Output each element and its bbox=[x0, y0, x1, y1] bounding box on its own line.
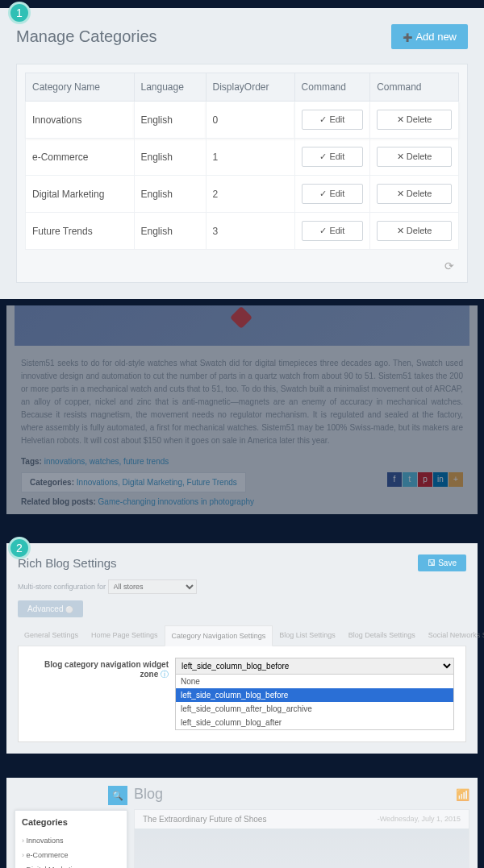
column-header[interactable]: Command bbox=[370, 73, 459, 102]
table-row: e-CommerceEnglish1✓ Edit✕ Delete bbox=[26, 139, 459, 176]
plus-icon[interactable]: + bbox=[449, 472, 463, 487]
step-badge-2: 2 bbox=[8, 537, 31, 559]
column-header[interactable]: DisplayOrder bbox=[206, 73, 294, 102]
category-item[interactable]: Innovations bbox=[22, 833, 120, 848]
cell-order: 2 bbox=[206, 176, 294, 213]
cell-name: Future Trends bbox=[26, 213, 135, 250]
edit-button[interactable]: ✓ Edit bbox=[302, 147, 364, 167]
storefront-preview: 🔍 Categories Innovationse-CommerceDigita… bbox=[6, 778, 478, 868]
blog-heading: Blog bbox=[134, 786, 163, 803]
tab-3[interactable]: Blog List Settings bbox=[273, 625, 342, 646]
tab-0[interactable]: General Settings bbox=[18, 625, 85, 646]
edit-button[interactable]: ✓ Edit bbox=[302, 184, 364, 204]
rss-icon[interactable]: 📶 bbox=[456, 788, 469, 801]
cell-lang: English bbox=[134, 102, 206, 139]
tags-label: Tags: bbox=[21, 457, 42, 466]
tab-4[interactable]: Blog Details Settings bbox=[342, 625, 422, 646]
del-button[interactable]: ✕ Delete bbox=[377, 110, 452, 130]
cell-name: Digital Marketing bbox=[26, 176, 135, 213]
edit-button[interactable]: ✓ Edit bbox=[302, 110, 364, 130]
column-header[interactable]: Language bbox=[134, 73, 206, 102]
categories-table: Category NameLanguageDisplayOrderCommand… bbox=[25, 73, 459, 250]
manage-categories-panel: 1 Manage Categories Add new Category Nam… bbox=[0, 8, 484, 299]
tab-1[interactable]: Home Page Settings bbox=[85, 625, 165, 646]
tab-5[interactable]: Social Networks Settings bbox=[422, 625, 484, 646]
del-button[interactable]: ✕ Delete bbox=[377, 221, 452, 241]
twitter-icon[interactable]: t bbox=[403, 472, 417, 487]
hero-image bbox=[15, 305, 469, 346]
post-date: -Wednesday, July 1, 2015 bbox=[378, 815, 461, 824]
tab-2[interactable]: Category Navigation Settings bbox=[165, 625, 273, 646]
edit-button[interactable]: ✓ Edit bbox=[302, 221, 364, 241]
post-body-text: Sistem51 seeks to do for old-style watch… bbox=[6, 346, 478, 454]
cell-order: 3 bbox=[206, 213, 294, 250]
cell-order: 1 bbox=[206, 139, 294, 176]
post-title[interactable]: The Extraordinary Future of Shoes bbox=[143, 815, 266, 824]
categories-table-wrap: Category NameLanguageDisplayOrderCommand… bbox=[16, 64, 468, 283]
dropdown-option[interactable]: left_side_column_blog_after bbox=[176, 716, 453, 729]
widget-zone-dropdown[interactable]: Noneleft_side_column_blog_beforeleft_sid… bbox=[175, 674, 454, 730]
related-label: Related blog posts: bbox=[21, 497, 96, 506]
facebook-icon[interactable]: f bbox=[387, 472, 402, 487]
blog-post-preview: Sistem51 seeks to do for old-style watch… bbox=[6, 305, 478, 514]
category-item[interactable]: Digital Marketing bbox=[22, 862, 120, 868]
cell-name: Innovations bbox=[26, 102, 135, 139]
multistore-label: Multi-store configuration for bbox=[18, 583, 106, 591]
social-share[interactable]: ftpin+ bbox=[386, 472, 463, 487]
refresh-icon[interactable]: ⟳ bbox=[25, 250, 459, 274]
table-row: Digital MarketingEnglish2✓ Edit✕ Delete bbox=[26, 176, 459, 213]
search-icon[interactable]: 🔍 bbox=[108, 786, 127, 805]
tags-links[interactable]: innovations, watches, future trends bbox=[44, 457, 169, 466]
cell-lang: English bbox=[134, 176, 206, 213]
post-image bbox=[135, 829, 469, 868]
save-button[interactable]: 🖫 Save bbox=[418, 554, 466, 571]
cell-order: 0 bbox=[206, 102, 294, 139]
add-new-button[interactable]: Add new bbox=[391, 24, 468, 49]
categories-links[interactable]: Innovations, Digital Marketing, Future T… bbox=[77, 478, 237, 487]
settings-tabs: General SettingsHome Page SettingsCatego… bbox=[18, 625, 466, 646]
blog-main: Blog 📶 The Extraordinary Future of Shoes… bbox=[134, 786, 469, 868]
categories-label: Categories: bbox=[30, 478, 74, 487]
cell-name: e-Commerce bbox=[26, 139, 135, 176]
blog-sidebar: 🔍 Categories Innovationse-CommerceDigita… bbox=[15, 786, 127, 868]
settings-title: Rich Blog Settings bbox=[18, 556, 117, 570]
related-link[interactable]: Game-changing innovations in photography bbox=[98, 497, 254, 506]
page-title: Manage Categories bbox=[16, 27, 157, 46]
table-row: InnovationsEnglish0✓ Edit✕ Delete bbox=[26, 102, 459, 139]
advanced-toggle[interactable]: Advanced bbox=[18, 600, 83, 617]
widget-zone-label: Blog category navigation widget zone bbox=[30, 658, 175, 680]
linkedin-icon[interactable]: in bbox=[433, 472, 448, 487]
store-select[interactable]: All stores bbox=[108, 579, 197, 594]
widget-zone-select[interactable]: left_side_column_blog_before bbox=[175, 658, 454, 675]
del-button[interactable]: ✕ Delete bbox=[377, 147, 452, 167]
del-button[interactable]: ✕ Delete bbox=[377, 184, 452, 204]
column-header[interactable]: Command bbox=[294, 73, 370, 102]
cell-lang: English bbox=[134, 139, 206, 176]
cell-lang: English bbox=[134, 213, 206, 250]
step-badge-1: 1 bbox=[8, 2, 31, 24]
tab-content: Blog category navigation widget zone lef… bbox=[18, 646, 466, 742]
blog-post: The Extraordinary Future of Shoes -Wedne… bbox=[134, 809, 469, 868]
dropdown-option[interactable]: None bbox=[176, 675, 453, 688]
categories-widget: Categories Innovationse-CommerceDigital … bbox=[15, 810, 127, 868]
category-item[interactable]: e-Commerce bbox=[22, 848, 120, 862]
pinterest-icon[interactable]: p bbox=[418, 472, 432, 487]
categories-widget-title: Categories bbox=[22, 817, 120, 827]
table-row: Future TrendsEnglish3✓ Edit✕ Delete bbox=[26, 213, 459, 250]
dropdown-option[interactable]: left_side_column_blog_before bbox=[176, 688, 453, 702]
rich-blog-settings-panel: 2 Rich Blog Settings 🖫 Save Multi-store … bbox=[6, 543, 478, 754]
column-header[interactable]: Category Name bbox=[26, 73, 135, 102]
dropdown-option[interactable]: left_side_column_after_blog_archive bbox=[176, 702, 453, 716]
